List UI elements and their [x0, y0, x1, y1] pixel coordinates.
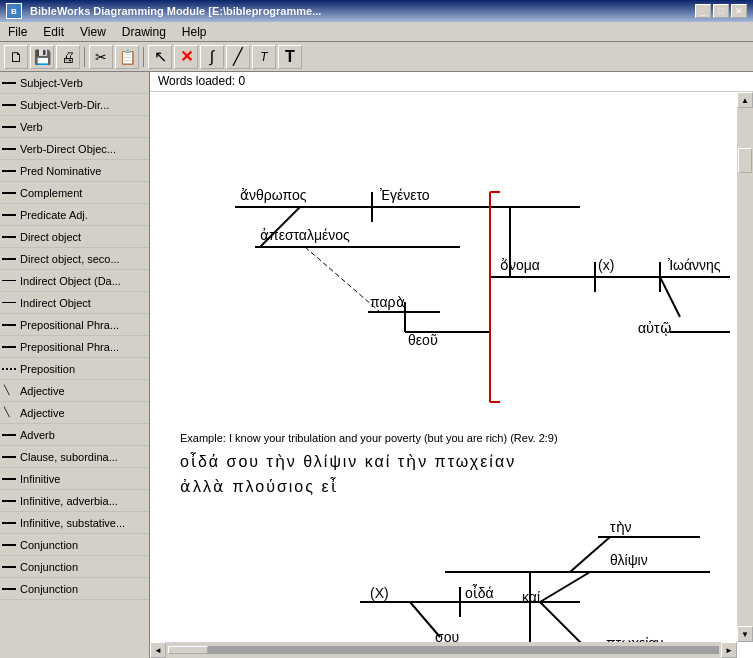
label-egeneto: Ἐγένετο — [380, 187, 430, 203]
sidebar-item-conjunction-3[interactable]: Conjunction — [0, 578, 149, 600]
label-ten1: τὴν — [610, 519, 632, 535]
sidebar-item-subject-verb[interactable]: Subject-Verb — [0, 72, 149, 94]
text-small-tool[interactable]: T — [252, 45, 276, 69]
scroll-up-button[interactable]: ▲ — [737, 92, 753, 108]
scroll-down-button[interactable]: ▼ — [737, 626, 753, 642]
menu-view[interactable]: View — [72, 23, 114, 41]
toolbar-separator-2 — [143, 47, 144, 67]
svg-line-13 — [660, 277, 680, 317]
label-onoma: ὄνομα — [500, 257, 540, 273]
sidebar-item-indirect-obj-da[interactable]: Indirect Object (Da... — [0, 270, 149, 292]
greek-line2: ἀλλὰ πλούσιος εἶ — [180, 477, 338, 496]
cut-button[interactable]: ✂ — [89, 45, 113, 69]
label-oida: οἶδά — [465, 585, 494, 601]
sidebar-item-subject-verb-dir[interactable]: Subject-Verb-Dir... — [0, 94, 149, 116]
label-x: (x) — [598, 257, 614, 273]
label-ioannes: Ἰωάννης — [668, 257, 721, 273]
label-para: παρὰ — [370, 294, 405, 310]
minimize-button[interactable]: _ — [695, 4, 711, 18]
scroll-thumb-v[interactable] — [738, 148, 752, 173]
main-content: Subject-Verb Subject-Verb-Dir... Verb Ve… — [0, 72, 753, 658]
title-bar: B BibleWorks Diagramming Module [E:\bibl… — [0, 0, 753, 22]
status-bar: Words loaded: 0 — [150, 72, 753, 92]
sidebar-item-pred-adj[interactable]: Predicate Adj. — [0, 204, 149, 226]
menu-help[interactable]: Help — [174, 23, 215, 41]
sidebar-item-indirect-obj[interactable]: Indirect Object — [0, 292, 149, 314]
label-kai: καί — [522, 589, 540, 605]
scroll-right-button[interactable]: ► — [721, 642, 737, 658]
diagram-svg — [150, 92, 730, 658]
words-loaded: Words loaded: 0 — [158, 74, 245, 88]
sidebar-item-direct-obj[interactable]: Direct object — [0, 226, 149, 248]
scroll-left-button[interactable]: ◄ — [150, 642, 166, 658]
new-button[interactable]: 🗋 — [4, 45, 28, 69]
delete-button[interactable]: ✕ — [174, 45, 198, 69]
greek-line1: οἶδά σου τὴν θλίψιν καί τὴν πτωχείαν — [180, 452, 516, 471]
sidebar-item-verb-direct[interactable]: Verb-Direct Objec... — [0, 138, 149, 160]
sidebar-item-adjective-2[interactable]: ╲ Adjective — [0, 402, 149, 424]
menu-bar: File Edit View Drawing Help — [0, 22, 753, 42]
canvas-area: Words loaded: 0 — [150, 72, 753, 658]
horizontal-scrollbar[interactable]: ◄ ► — [150, 642, 737, 658]
example-text: Example: I know your tribulation and you… — [180, 432, 558, 444]
svg-line-5 — [305, 247, 380, 312]
vertical-scrollbar[interactable]: ▲ ▼ — [737, 92, 753, 642]
line-tool[interactable]: ╱ — [226, 45, 250, 69]
select-button[interactable]: ↖ — [148, 45, 172, 69]
toolbar-separator-1 — [84, 47, 85, 67]
sidebar-item-verb[interactable]: Verb — [0, 116, 149, 138]
svg-line-20 — [570, 537, 610, 572]
sidebar-item-complement[interactable]: Complement — [0, 182, 149, 204]
diagram-inner: ἄνθρωπος Ἐγένετο ἀπεσταλμένος παρὰ θεοῦ … — [150, 92, 730, 658]
save-button[interactable]: 💾 — [30, 45, 54, 69]
app-icon: B — [6, 3, 22, 19]
sidebar-item-infinitive[interactable]: Infinitive — [0, 468, 149, 490]
sidebar[interactable]: Subject-Verb Subject-Verb-Dir... Verb Ve… — [0, 72, 150, 658]
sidebar-item-conjunction-2[interactable]: Conjunction — [0, 556, 149, 578]
sidebar-item-preposition[interactable]: Preposition — [0, 358, 149, 380]
sidebar-item-direct-obj-sec[interactable]: Direct object, seco... — [0, 248, 149, 270]
text-large-tool[interactable]: T — [278, 45, 302, 69]
maximize-button[interactable]: □ — [713, 4, 729, 18]
sidebar-item-prep-phra-1[interactable]: Prepositional Phra... — [0, 314, 149, 336]
sidebar-item-infinitive-adv[interactable]: Infinitive, adverbia... — [0, 490, 149, 512]
curve-tool[interactable]: ∫ — [200, 45, 224, 69]
menu-file[interactable]: File — [0, 23, 35, 41]
print-button[interactable]: 🖨 — [56, 45, 80, 69]
sidebar-item-prep-phra-2[interactable]: Prepositional Phra... — [0, 336, 149, 358]
window-title: BibleWorks Diagramming Module [E:\biblep… — [30, 5, 321, 17]
menu-drawing[interactable]: Drawing — [114, 23, 174, 41]
sidebar-item-pred-nom[interactable]: Pred Nominative — [0, 160, 149, 182]
sidebar-item-adjective-1[interactable]: ╲ Adjective — [0, 380, 149, 402]
toolbar: 🗋 💾 🖨 ✂ 📋 ↖ ✕ ∫ ╱ T T — [0, 42, 753, 72]
label-theou: θεοῦ — [408, 332, 438, 348]
scroll-thumb-h[interactable] — [168, 646, 208, 654]
sidebar-item-adverb[interactable]: Adverb — [0, 424, 149, 446]
copy-button[interactable]: 📋 — [115, 45, 139, 69]
sidebar-item-conjunction-1[interactable]: Conjunction — [0, 534, 149, 556]
label-thlipsin: θλίψιν — [610, 552, 648, 568]
sidebar-item-infinitive-sub[interactable]: Infinitive, substative... — [0, 512, 149, 534]
diagram-canvas[interactable]: ἄνθρωπος Ἐγένετο ἀπεσταλμένος παρὰ θεοῦ … — [150, 92, 753, 658]
scroll-track-h — [168, 646, 719, 654]
close-button[interactable]: ✕ — [731, 4, 747, 18]
menu-edit[interactable]: Edit — [35, 23, 72, 41]
window-controls: _ □ ✕ — [695, 4, 747, 18]
svg-line-32 — [540, 572, 590, 602]
label-anthropos: ἄνθρωπος — [240, 187, 306, 203]
label-x-bottom: (X) — [370, 585, 389, 601]
label-auto: αὐτῷ — [638, 320, 672, 336]
label-apestalmnos: ἀπεσταλμένος — [260, 227, 350, 243]
sidebar-item-clause-sub[interactable]: Clause, subordina... — [0, 446, 149, 468]
